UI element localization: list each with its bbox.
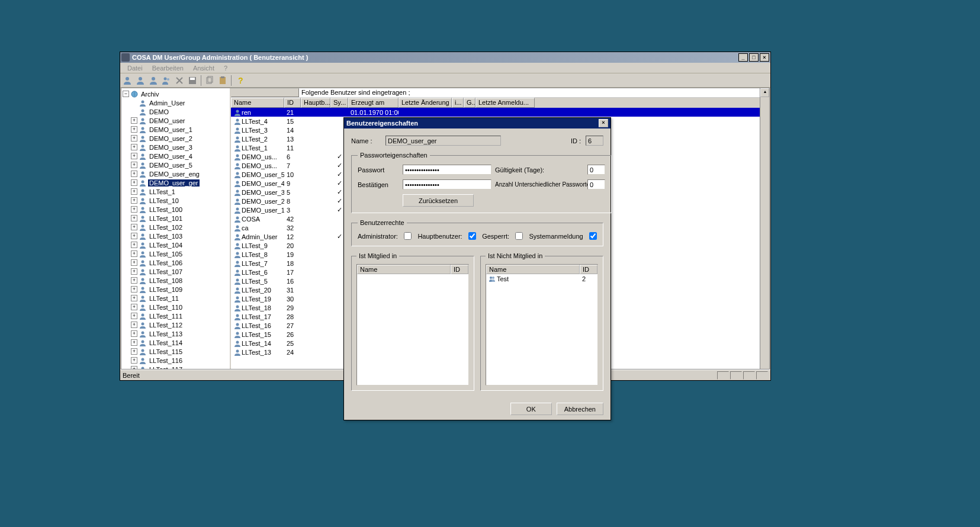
toolbar-user-2-icon[interactable] <box>134 75 146 86</box>
validity-field[interactable] <box>587 165 605 175</box>
password-field[interactable] <box>403 165 491 175</box>
toolbar-save-icon[interactable] <box>187 75 198 86</box>
maximize-button[interactable]: □ <box>749 53 759 62</box>
expander-icon[interactable]: + <box>131 322 137 328</box>
expander-icon[interactable]: + <box>131 277 137 284</box>
expander-icon[interactable]: + <box>131 206 137 213</box>
tree-item[interactable]: +DEMO_user_3 <box>123 143 229 152</box>
tree-item[interactable]: +LLTest_103 <box>123 232 229 240</box>
cancel-button[interactable]: Abbrechen <box>557 403 603 415</box>
expander-icon[interactable]: + <box>131 144 137 150</box>
tree-item[interactable]: +LLTest_10 <box>123 196 229 205</box>
tree-item[interactable]: +LLTest_11 <box>123 294 229 303</box>
expander-icon[interactable]: + <box>131 366 137 369</box>
tree-item[interactable]: +LLTest_113 <box>123 329 229 338</box>
ok-button[interactable]: OK <box>510 403 552 415</box>
tree-item[interactable]: +LLTest_100 <box>123 205 229 214</box>
tree-item[interactable]: +LLTest_102 <box>123 223 229 232</box>
expander-icon[interactable]: + <box>131 126 137 133</box>
tree-item[interactable]: DEMO <box>123 107 229 116</box>
not-member-col-name[interactable]: Name <box>486 265 580 274</box>
tree-item[interactable]: +DEMO_user_1 <box>123 125 229 134</box>
expander-icon[interactable]: + <box>131 295 137 301</box>
close-button[interactable]: × <box>760 53 769 62</box>
tree-item[interactable]: +DEMO_user_eng <box>123 169 229 178</box>
not-member-of-list[interactable]: Name ID Test2 <box>486 264 598 385</box>
vertical-scrollbar[interactable]: ▴ <box>760 88 769 369</box>
toolbar-users-icon[interactable] <box>160 75 172 86</box>
expander-icon[interactable]: + <box>131 171 137 177</box>
column-header[interactable]: G... <box>464 98 475 108</box>
toolbar-help-icon[interactable]: ? <box>234 75 246 86</box>
expander-icon[interactable]: + <box>131 233 137 239</box>
tree-item[interactable]: +LLTest_112 <box>123 320 229 329</box>
tree-item[interactable]: +LLTest_110 <box>123 303 229 311</box>
tree-item[interactable]: +LLTest_104 <box>123 240 229 249</box>
expander-icon[interactable]: + <box>131 357 137 364</box>
column-header[interactable]: Hauptb... <box>301 98 330 108</box>
menu-help[interactable]: ? <box>219 63 232 73</box>
tree-item[interactable]: +DEMO_user <box>123 116 229 125</box>
toolbar-copy-icon[interactable] <box>204 75 216 86</box>
dialog-titlebar[interactable]: Benutzereigenschaften × <box>344 118 611 128</box>
expander-icon[interactable]: + <box>131 135 137 142</box>
tree-item[interactable]: +LLTest_101 <box>123 214 229 223</box>
minimize-button[interactable]: _ <box>738 53 748 62</box>
column-header[interactable]: Letzte Änderung <box>399 98 452 108</box>
tree-item[interactable]: +LLTest_106 <box>123 258 229 267</box>
toolbar-paste-icon[interactable] <box>217 75 229 86</box>
tree-item[interactable]: +DEMO_user_ger <box>123 178 229 187</box>
tree-item[interactable]: +LLTest_1 <box>123 187 229 196</box>
main-user-checkbox[interactable] <box>468 232 476 240</box>
expander-icon[interactable]: + <box>131 188 137 195</box>
tree-item[interactable]: +LLTest_114 <box>123 338 229 347</box>
diff-pw-field[interactable] <box>587 179 605 189</box>
toolbar-user-1-icon[interactable] <box>121 75 133 86</box>
expander-icon[interactable]: − <box>123 91 129 97</box>
table-row[interactable]: ren2101.01.1970 01:00 <box>231 108 769 117</box>
expander-icon[interactable]: + <box>131 242 137 248</box>
tree-root-item[interactable]: −Archiv <box>123 89 229 98</box>
tree-item[interactable]: +LLTest_109 <box>123 285 229 294</box>
tree-item[interactable]: +LLTest_115 <box>123 347 229 356</box>
expander-icon[interactable]: + <box>131 313 137 319</box>
toolbar-delete-icon[interactable] <box>173 75 185 86</box>
not-member-col-id[interactable]: ID <box>580 265 597 274</box>
expander-icon[interactable]: + <box>131 268 137 275</box>
sys-login-checkbox[interactable] <box>589 232 597 240</box>
expander-icon[interactable]: + <box>131 330 137 337</box>
menu-datei[interactable]: Datei <box>123 63 147 73</box>
expander-icon[interactable]: + <box>131 339 137 346</box>
member-col-name[interactable]: Name <box>357 265 451 274</box>
column-header[interactable]: Name <box>231 98 284 108</box>
expander-icon[interactable]: + <box>131 250 137 257</box>
column-header[interactable]: i... <box>452 98 464 108</box>
expander-icon[interactable]: + <box>131 286 137 293</box>
tree-item[interactable]: Admin_User <box>123 98 229 107</box>
expander-icon[interactable]: + <box>131 224 137 230</box>
expander-icon[interactable]: + <box>131 162 137 168</box>
tree-item[interactable]: +DEMO_user_5 <box>123 160 229 169</box>
tree-item[interactable]: +LLTest_111 <box>123 311 229 320</box>
column-header[interactable]: Letzte Anmeldu... <box>475 98 535 108</box>
locked-checkbox[interactable] <box>515 232 523 240</box>
reset-button[interactable]: Zurücksetzen <box>403 194 474 207</box>
column-header[interactable]: ID <box>284 98 301 108</box>
expander-icon[interactable]: + <box>131 117 137 124</box>
tree-item[interactable]: +DEMO_user_4 <box>123 152 229 160</box>
scroll-up-icon[interactable]: ▴ <box>760 88 769 97</box>
toolbar-user-3-icon[interactable] <box>147 75 159 86</box>
expander-icon[interactable]: + <box>131 179 137 186</box>
confirm-field[interactable] <box>403 179 491 189</box>
expander-icon[interactable]: + <box>131 348 137 355</box>
tree-item[interactable]: +LLTest_107 <box>123 267 229 276</box>
expander-icon[interactable]: + <box>131 197 137 204</box>
dialog-close-button[interactable]: × <box>599 119 608 127</box>
column-header[interactable]: Sy... <box>330 98 348 108</box>
tree-item[interactable]: +LLTest_117 <box>123 365 229 369</box>
tree-item[interactable]: +LLTest_108 <box>123 276 229 285</box>
member-of-list[interactable]: Name ID <box>356 264 469 385</box>
tree-item[interactable]: +LLTest_116 <box>123 356 229 365</box>
column-header[interactable]: Erzeugt am <box>348 98 399 108</box>
tree-item[interactable]: +LLTest_105 <box>123 249 229 258</box>
